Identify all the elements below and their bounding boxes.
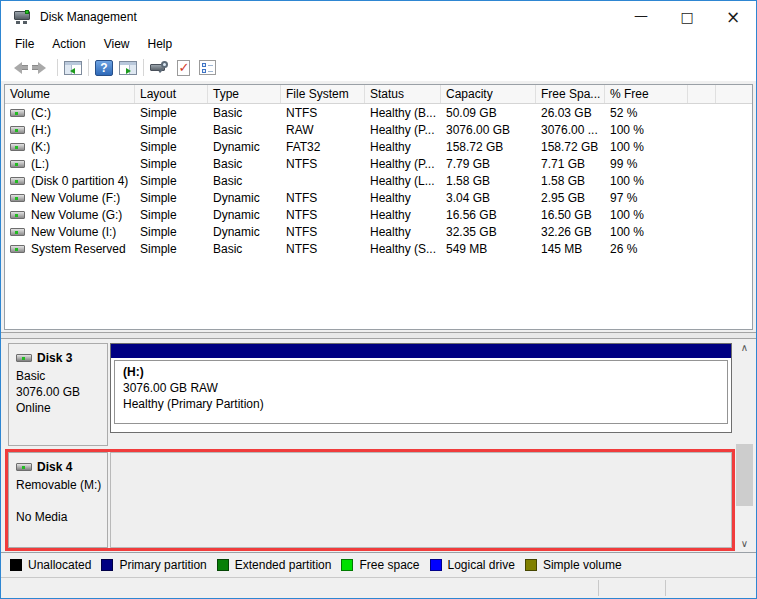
cell-file-system: NTFS bbox=[281, 208, 365, 222]
cell-capacity: 3076.00 GB bbox=[441, 123, 536, 137]
legend-item: Simple volume bbox=[525, 558, 622, 572]
disk-drive-icon bbox=[14, 10, 31, 24]
toolbar-separator bbox=[88, 59, 89, 76]
vertical-scrollbar: ∧ ∨ bbox=[736, 339, 753, 552]
disk4-name: Disk 4 bbox=[37, 460, 72, 474]
column-header-type[interactable]: Type bbox=[208, 85, 281, 103]
column-header-percent-free[interactable]: % Free bbox=[605, 85, 688, 103]
column-header-free-space[interactable]: Free Spa... bbox=[536, 85, 605, 103]
volume-icon bbox=[10, 109, 25, 117]
cell-capacity: 158.72 GB bbox=[441, 140, 536, 154]
volume-icon bbox=[10, 177, 25, 185]
close-button[interactable]: × bbox=[710, 1, 756, 33]
title-bar: Disk Management — □ × bbox=[1, 1, 756, 33]
table-row[interactable]: New Volume (G:)SimpleDynamicNTFSHealthy1… bbox=[5, 206, 752, 223]
legend-label: Unallocated bbox=[28, 558, 91, 572]
table-row[interactable]: New Volume (F:)SimpleDynamicNTFSHealthy3… bbox=[5, 189, 752, 206]
cell-percent-free: 100 % bbox=[605, 123, 688, 137]
cell-percent-free: 100 % bbox=[605, 140, 688, 154]
maximize-button[interactable]: □ bbox=[664, 1, 710, 33]
forward-button[interactable] bbox=[30, 56, 54, 79]
help-button[interactable]: ? bbox=[92, 56, 116, 79]
cell-volume: (C:) bbox=[5, 106, 135, 120]
legend-color-swatch bbox=[430, 559, 442, 571]
cell-capacity: 7.79 GB bbox=[441, 157, 536, 171]
table-row[interactable]: (C:)SimpleBasicNTFSHealthy (B...50.09 GB… bbox=[5, 104, 752, 121]
pane-splitter[interactable] bbox=[1, 332, 756, 339]
volume-icon bbox=[10, 211, 25, 219]
cell-type: Basic bbox=[208, 242, 281, 256]
menu-bar: File Action View Help bbox=[1, 33, 756, 54]
cell-free-space: 26.03 GB bbox=[536, 106, 605, 120]
back-arrow-icon bbox=[8, 62, 28, 74]
column-header-file-system[interactable]: File System bbox=[281, 85, 365, 103]
checklist-icon bbox=[199, 60, 216, 75]
cell-volume: New Volume (G:) bbox=[5, 208, 135, 222]
scroll-down-button[interactable]: ∨ bbox=[736, 535, 753, 552]
cell-status: Healthy (B... bbox=[365, 106, 441, 120]
rescan-disks-button[interactable] bbox=[147, 56, 171, 79]
column-header-layout[interactable]: Layout bbox=[135, 85, 208, 103]
volume-icon bbox=[10, 194, 25, 202]
table-row[interactable]: (K:)SimpleDynamicFAT32Healthy158.72 GB15… bbox=[5, 138, 752, 155]
volume-h-info: (H:) 3076.00 GB RAW Healthy (Primary Par… bbox=[114, 360, 728, 424]
menu-view[interactable]: View bbox=[95, 34, 139, 54]
cell-type: Dynamic bbox=[208, 140, 281, 154]
column-header-status[interactable]: Status bbox=[365, 85, 441, 103]
cell-file-system: RAW bbox=[281, 123, 365, 137]
disk3-graph: (H:) 3076.00 GB RAW Healthy (Primary Par… bbox=[110, 343, 732, 446]
disk4-status: No Media bbox=[16, 509, 102, 525]
console-tree-icon bbox=[64, 61, 82, 75]
cell-layout: Simple bbox=[135, 123, 208, 137]
table-row[interactable]: (L:)SimpleBasicNTFSHealthy (P...7.79 GB7… bbox=[5, 155, 752, 172]
table-row[interactable]: New Volume (I:)SimpleDynamicNTFSHealthy3… bbox=[5, 223, 752, 240]
scroll-up-button[interactable]: ∧ bbox=[736, 339, 753, 356]
cell-volume: (K:) bbox=[5, 140, 135, 154]
menu-action[interactable]: Action bbox=[43, 34, 94, 54]
table-row[interactable]: System ReservedSimpleBasicNTFSHealthy (S… bbox=[5, 240, 752, 257]
legend-label: Logical drive bbox=[448, 558, 515, 572]
minimize-button[interactable]: — bbox=[618, 1, 664, 33]
cell-file-system: NTFS bbox=[281, 225, 365, 239]
volume-list: Volume Layout Type File System Status Ca… bbox=[4, 84, 753, 330]
column-header-empty[interactable] bbox=[688, 85, 716, 103]
legend-color-swatch bbox=[525, 559, 537, 571]
legend-label: Simple volume bbox=[543, 558, 622, 572]
cell-layout: Simple bbox=[135, 225, 208, 239]
toolbar-separator bbox=[143, 59, 144, 76]
volume-icon bbox=[10, 126, 25, 134]
check-volume-button[interactable]: ✓ bbox=[171, 56, 195, 79]
show-action-pane-button[interactable] bbox=[116, 56, 140, 79]
cell-capacity: 16.56 GB bbox=[441, 208, 536, 222]
scrollbar-thumb[interactable] bbox=[736, 444, 753, 506]
disk4-label-panel[interactable]: Disk 4 Removable (M:) No Media bbox=[8, 452, 108, 548]
volume-h-size: 3076.00 GB RAW bbox=[123, 380, 719, 396]
menu-file[interactable]: File bbox=[6, 34, 43, 54]
cell-volume: System Reserved bbox=[5, 242, 135, 256]
table-row[interactable]: (H:)SimpleBasicRAWHealthy (P...3076.00 G… bbox=[5, 121, 752, 138]
table-row[interactable]: (Disk 0 partition 4)SimpleBasicHealthy (… bbox=[5, 172, 752, 189]
menu-help[interactable]: Help bbox=[139, 34, 182, 54]
volume-list-body: (C:)SimpleBasicNTFSHealthy (B...50.09 GB… bbox=[5, 104, 752, 257]
column-header-volume[interactable]: Volume bbox=[5, 85, 135, 103]
cell-type: Basic bbox=[208, 174, 281, 188]
disk3-row: Disk 3 Basic 3076.00 GB Online (H:) 3076… bbox=[8, 343, 732, 446]
scrollbar-track[interactable] bbox=[736, 356, 753, 535]
show-console-tree-button[interactable] bbox=[61, 56, 85, 79]
cell-file-system: FAT32 bbox=[281, 140, 365, 154]
back-button[interactable] bbox=[6, 56, 30, 79]
cell-layout: Simple bbox=[135, 208, 208, 222]
client-area: Volume Layout Type File System Status Ca… bbox=[1, 81, 756, 598]
cell-percent-free: 26 % bbox=[605, 242, 688, 256]
disk4-graph[interactable] bbox=[110, 452, 732, 548]
task-list-button[interactable] bbox=[195, 56, 219, 79]
disk3-status: Online bbox=[16, 400, 102, 416]
disk-icon bbox=[16, 463, 32, 471]
cell-capacity: 50.09 GB bbox=[441, 106, 536, 120]
cell-layout: Simple bbox=[135, 106, 208, 120]
minimize-icon: — bbox=[634, 7, 648, 23]
disk3-label-panel[interactable]: Disk 3 Basic 3076.00 GB Online bbox=[8, 343, 108, 446]
column-header-capacity[interactable]: Capacity bbox=[441, 85, 536, 103]
volume-h-rect[interactable]: (H:) 3076.00 GB RAW Healthy (Primary Par… bbox=[110, 343, 732, 433]
cell-percent-free: 100 % bbox=[605, 208, 688, 222]
